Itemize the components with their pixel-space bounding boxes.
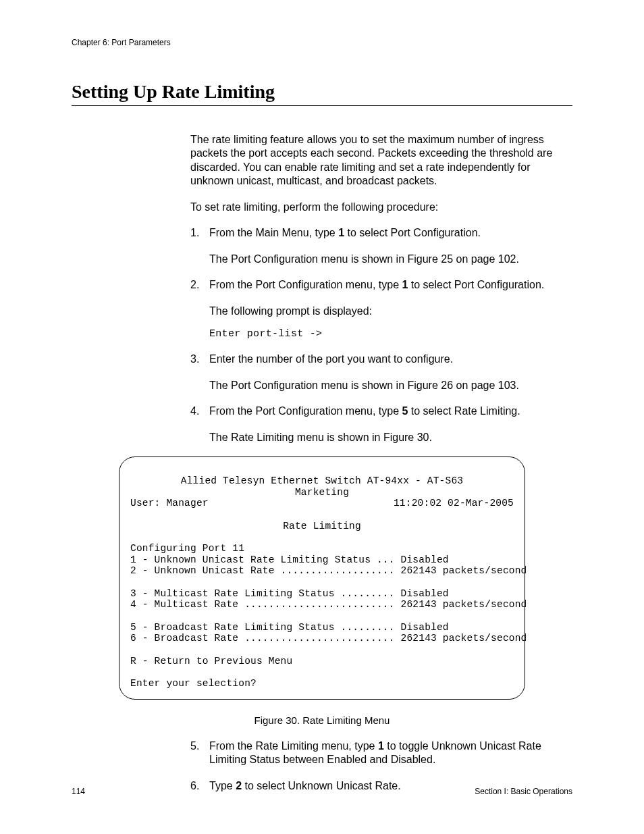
step-1: 1. From the Main Menu, type 1 to select … (190, 226, 572, 266)
terminal-option: 2 - Unknown Unicast Rate ...............… (130, 565, 527, 576)
title-rule (72, 105, 572, 106)
step-number: 3. (190, 353, 199, 366)
page-footer: 114 Section I: Basic Operations (72, 787, 572, 796)
prompt-text: Enter port-list -> (209, 328, 572, 340)
procedure-list-continued: 5. From the Rate Limiting menu, type 1 t… (190, 739, 572, 793)
body-column-continued: 5. From the Rate Limiting menu, type 1 t… (190, 739, 572, 793)
terminal-user: User: Manager (130, 498, 209, 509)
page-number: 114 (72, 787, 85, 796)
terminal-datetime: 11:20:02 02-Mar-2005 (394, 498, 514, 509)
body-column: The rate limiting feature allows you to … (190, 133, 572, 444)
step-number: 2. (190, 278, 199, 292)
step-subtext: The Rate Limiting menu is shown in Figur… (209, 431, 572, 444)
step-text: From the Port Configuration menu, type 1… (209, 279, 544, 290)
step-subtext: The following prompt is displayed: (209, 305, 572, 318)
chapter-header: Chapter 6: Port Parameters (72, 38, 572, 47)
intro-paragraph: The rate limiting feature allows you to … (190, 133, 572, 188)
terminal-title-1: Allied Telesyn Ethernet Switch AT-94xx -… (130, 475, 514, 487)
step-3: 3. Enter the number of the port you want… (190, 353, 572, 392)
step-5: 5. From the Rate Limiting menu, type 1 t… (190, 739, 572, 767)
procedure-lead: To set rate limiting, perform the follow… (190, 201, 572, 214)
step-number: 5. (190, 739, 199, 753)
terminal-return: R - Return to Previous Menu (130, 656, 292, 667)
step-number: 1. (190, 226, 199, 240)
terminal-prompt: Enter your selection? (130, 678, 257, 689)
step-2: 2. From the Port Configuration menu, typ… (190, 278, 572, 340)
step-4: 4. From the Port Configuration menu, typ… (190, 405, 572, 444)
terminal-config-line: Configuring Port 11 (130, 543, 244, 554)
step-text: From the Port Configuration menu, type 5… (209, 405, 520, 417)
step-text: From the Main Menu, type 1 to select Por… (209, 227, 481, 238)
step-text: From the Rate Limiting menu, type 1 to t… (209, 740, 541, 765)
terminal-option: 1 - Unknown Unicast Rate Limiting Status… (130, 554, 449, 565)
step-subtext: The Port Configuration menu is shown in … (209, 253, 572, 266)
terminal-option: 6 - Broadcast Rate .....................… (130, 633, 527, 644)
terminal-screen: Allied Telesyn Ethernet Switch AT-94xx -… (119, 457, 525, 699)
terminal-title-2: Marketing (130, 487, 514, 498)
section-label: Section I: Basic Operations (475, 787, 572, 796)
step-number: 4. (190, 405, 199, 418)
terminal-option: 4 - Multicast Rate .....................… (130, 599, 527, 610)
terminal-option: 3 - Multicast Rate Limiting Status .....… (130, 588, 449, 599)
terminal-option: 5 - Broadcast Rate Limiting Status .....… (130, 622, 449, 633)
terminal-menu-title: Rate Limiting (130, 521, 514, 532)
step-subtext: The Port Configuration menu is shown in … (209, 379, 572, 392)
procedure-list: 1. From the Main Menu, type 1 to select … (190, 226, 572, 444)
figure-caption: Figure 30. Rate Limiting Menu (72, 714, 572, 726)
step-text: Enter the number of the port you want to… (209, 353, 453, 365)
section-title: Setting Up Rate Limiting (72, 81, 572, 103)
